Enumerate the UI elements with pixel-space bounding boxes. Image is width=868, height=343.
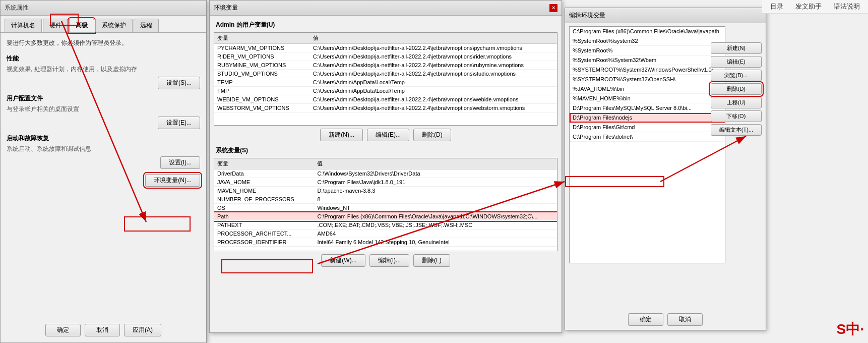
user-var-value: C:\Users\Admin\Desktop\ja-netfilter-all-… bbox=[310, 44, 557, 52]
edit-env-path-item[interactable]: %SystemRoot%\system32 bbox=[570, 36, 725, 46]
system-var-row[interactable]: PathC:\Program Files (x86)\Common Files\… bbox=[214, 212, 557, 221]
system-vars-buttons: 新建(W)... 编辑(I)... 删除(L) bbox=[214, 254, 557, 267]
edit-edit-button[interactable]: 编辑(E) bbox=[711, 56, 762, 68]
edit-browse-button[interactable]: 浏览(B)... bbox=[711, 70, 762, 81]
sys-props-title: 系统属性 bbox=[5, 4, 29, 12]
edit-env-path-item[interactable]: D:\Program Files\Git\cmd bbox=[570, 123, 725, 132]
sogou-icon: S中· bbox=[837, 320, 864, 339]
edit-env-titlebar: 编辑环境变量 bbox=[565, 8, 766, 23]
system-var-value: Intel64 Family 6 Model 142 Stepping 10, … bbox=[314, 238, 557, 247]
user-var-row[interactable]: RUBYMINE_VM_OPTIONSC:\Users\Admin\Deskto… bbox=[214, 61, 557, 70]
edit-env-path-item[interactable]: %SYSTEMROOT%\System32\OpenSSH\ bbox=[570, 75, 725, 84]
edit-up-button[interactable]: 上移(U) bbox=[711, 97, 762, 108]
startup-settings-button[interactable]: 设置(I)... bbox=[160, 156, 200, 169]
edit-env-window: 编辑环境变量 C:\Program Files (x86)\Common Fil… bbox=[565, 8, 766, 330]
cancel-button[interactable]: 取消 bbox=[85, 324, 120, 336]
user-delete-button[interactable]: 删除(D) bbox=[413, 129, 451, 141]
user-var-row[interactable]: TMPC:\Users\Admin\AppData\Local\Temp bbox=[214, 87, 557, 95]
user-var-value: C:\Users\Admin\Desktop\ja-netfilter-all-… bbox=[310, 70, 557, 78]
menu-catalog[interactable]: 目录 bbox=[770, 2, 783, 11]
system-var-row[interactable]: MAVEN_HOMED:\apache-maven-3.8.3 bbox=[214, 187, 557, 195]
user-vars-col-value: 值 bbox=[310, 33, 557, 44]
apply-button[interactable]: 应用(A) bbox=[124, 324, 161, 336]
user-edit-button[interactable]: 编辑(E)... bbox=[367, 129, 409, 141]
tab-remote[interactable]: 远程 bbox=[134, 19, 159, 32]
user-vars-buttons: 新建(N)... 编辑(E)... 删除(D) bbox=[214, 129, 557, 141]
edit-delete-button[interactable]: 删除(D) bbox=[711, 83, 762, 95]
system-vars-title: 系统变量(S) bbox=[214, 145, 557, 156]
edit-env-buttons: 新建(N) 编辑(E) 浏览(B)... 删除(D) 上移(U) 下移(O) 编… bbox=[711, 42, 762, 136]
system-var-row[interactable]: PATHEXT.COM;.EXE;.BAT;.CMD;.VBS;.VBE;.JS… bbox=[214, 221, 557, 230]
user-var-row[interactable]: STUDIO_VM_OPTIONSC:\Users\Admin\Desktop\… bbox=[214, 70, 557, 78]
system-var-name: PATHEXT bbox=[214, 221, 314, 230]
system-var-row[interactable]: NUMBER_OF_PROCESSORS8 bbox=[214, 195, 557, 204]
edit-env-path-item[interactable]: C:\Program Files\dotnet\ bbox=[570, 132, 725, 142]
admin-note: 要进行大多数更改，你必须作为管理员登录。 bbox=[7, 39, 200, 47]
user-var-value: C:\Users\Admin\Desktop\ja-netfilter-all-… bbox=[310, 61, 557, 70]
tab-hardware[interactable]: 硬件 bbox=[43, 19, 68, 32]
system-var-row[interactable]: PROCESSOR_IDENTIFIERIntel64 Family 6 Mod… bbox=[214, 238, 557, 247]
system-var-value: .COM;.EXE;.BAT;.CMD;.VBS;.VBE;.JS;.JSE;.… bbox=[314, 221, 557, 230]
edit-ok-button[interactable]: 确定 bbox=[628, 313, 663, 326]
performance-section: 性能 视觉效果, 处理器计划，内存使用，以及虚拟内存 设置(S)... bbox=[7, 54, 200, 89]
system-delete-button[interactable]: 删除(L) bbox=[413, 254, 450, 267]
performance-settings-button[interactable]: 设置(S)... bbox=[158, 77, 200, 89]
edit-env-path-item[interactable]: %JAVA_HOME%\bin bbox=[570, 84, 725, 94]
edit-env-path-item[interactable]: D:\Program Files\nodejs bbox=[570, 113, 725, 123]
user-var-value: C:\Users\Admin\AppData\Local\Temp bbox=[310, 78, 557, 87]
edit-env-path-item[interactable]: D:\Program Files\MySQL\MySQL Server 8.0\… bbox=[570, 103, 725, 113]
system-vars-col-name: 变量 bbox=[214, 158, 314, 169]
system-var-row[interactable]: PROCESSOR_ARCHITECT...AMD64 bbox=[214, 230, 557, 238]
sys-props-content: 要进行大多数更改，你必须作为管理员登录。 性能 视觉效果, 处理器计划，内存使用… bbox=[1, 33, 206, 193]
menu-grammar[interactable]: 语法说明 bbox=[834, 2, 860, 11]
sys-props-tabbar: 计算机名 硬件 高级 系统保护 远程 bbox=[1, 16, 206, 33]
tab-advanced[interactable]: 高级 bbox=[69, 19, 94, 32]
user-vars-title: Admin 的用户变量(U) bbox=[214, 20, 557, 30]
edit-new-button[interactable]: 新建(N) bbox=[711, 42, 762, 54]
user-profile-title: 用户配置文件 bbox=[7, 94, 200, 103]
edit-env-path-item[interactable]: C:\Program Files (x86)\Common Files\Orac… bbox=[570, 27, 725, 36]
system-var-row[interactable]: OSWindows_NT bbox=[214, 204, 557, 212]
system-new-button[interactable]: 新建(W)... bbox=[321, 254, 365, 267]
startup-section: 启动和故障恢复 系统启动、系统故障和调试信息 设置(I)... bbox=[7, 134, 200, 169]
edit-down-button[interactable]: 下移(O) bbox=[711, 110, 762, 122]
system-var-row[interactable]: DriverDataC:\Windows\System32\Drivers\Dr… bbox=[214, 169, 557, 178]
user-profile-desc: 与登录帐户相关的桌面设置 bbox=[7, 105, 200, 113]
env-vars-close-button[interactable]: ✕ bbox=[549, 4, 557, 12]
user-var-row[interactable]: PYCHARM_VM_OPTIONSC:\Users\Admin\Desktop… bbox=[214, 44, 557, 52]
user-profile-settings-button[interactable]: 设置(E)... bbox=[158, 117, 200, 129]
edit-env-path-item[interactable]: %SYSTEMROOT%\System32\WindowsPowerShell\… bbox=[570, 65, 725, 75]
edit-text-button[interactable]: 编辑文本(T)... bbox=[711, 124, 762, 136]
tab-system-protection[interactable]: 系统保护 bbox=[95, 19, 133, 32]
top-right-menu: 目录 发文助手 语法说明 bbox=[762, 0, 868, 14]
system-var-name: PROCESSOR_ARCHITECT... bbox=[214, 230, 314, 238]
user-var-row[interactable]: WEBIDE_VM_OPTIONSC:\Users\Admin\Desktop\… bbox=[214, 95, 557, 104]
user-var-name: RUBYMINE_VM_OPTIONS bbox=[214, 61, 310, 70]
sys-props-titlebar: 系统属性 bbox=[1, 1, 206, 16]
performance-desc: 视觉效果, 处理器计划，内存使用，以及虚拟内存 bbox=[7, 65, 200, 74]
tab-computer-name[interactable]: 计算机名 bbox=[5, 19, 42, 32]
user-var-row[interactable]: TEMPC:\Users\Admin\AppData\Local\Temp bbox=[214, 78, 557, 87]
edit-env-bottom-buttons: 确定 取消 bbox=[565, 313, 766, 326]
user-var-row[interactable]: RIDER_VM_OPTIONSC:\Users\Admin\Desktop\j… bbox=[214, 52, 557, 61]
user-var-name: PYCHARM_VM_OPTIONS bbox=[214, 44, 310, 52]
system-var-name: PROCESSOR_IDENTIFIER bbox=[214, 238, 314, 247]
edit-env-path-item[interactable]: %SystemRoot% bbox=[570, 46, 725, 55]
user-var-name: WEBIDE_VM_OPTIONS bbox=[214, 95, 310, 104]
system-vars-table-container[interactable]: 变量 值 DriverDataC:\Windows\System32\Drive… bbox=[214, 158, 557, 251]
system-var-value: C:\Windows\System32\Drivers\DriverData bbox=[314, 169, 557, 178]
system-var-row[interactable]: JAVA_HOMEC:\Program Files\Java\jdk1.8.0_… bbox=[214, 178, 557, 187]
edit-env-path-item[interactable]: %MAVEN_HOME%\bin bbox=[570, 94, 725, 103]
env-vars-button[interactable]: 环境变量(N)... bbox=[145, 174, 200, 187]
startup-title: 启动和故障恢复 bbox=[7, 134, 200, 143]
user-vars-table-container[interactable]: 变量 值 PYCHARM_VM_OPTIONSC:\Users\Admin\De… bbox=[214, 32, 557, 126]
edit-cancel-button[interactable]: 取消 bbox=[667, 313, 703, 326]
system-edit-button[interactable]: 编辑(I)... bbox=[369, 254, 409, 267]
ok-button[interactable]: 确定 bbox=[45, 324, 81, 336]
edit-env-list[interactable]: C:\Program Files (x86)\Common Files\Orac… bbox=[569, 26, 725, 263]
user-var-row[interactable]: WEBSTORM_VM_OPTIONSC:\Users\Admin\Deskto… bbox=[214, 104, 557, 112]
system-var-value: C:\Program Files\Java\jdk1.8.0_191 bbox=[314, 178, 557, 187]
user-new-button[interactable]: 新建(N)... bbox=[320, 129, 363, 141]
menu-assistant[interactable]: 发文助手 bbox=[795, 2, 822, 11]
edit-env-path-item[interactable]: %SystemRoot%\System32\Wbem bbox=[570, 55, 725, 65]
